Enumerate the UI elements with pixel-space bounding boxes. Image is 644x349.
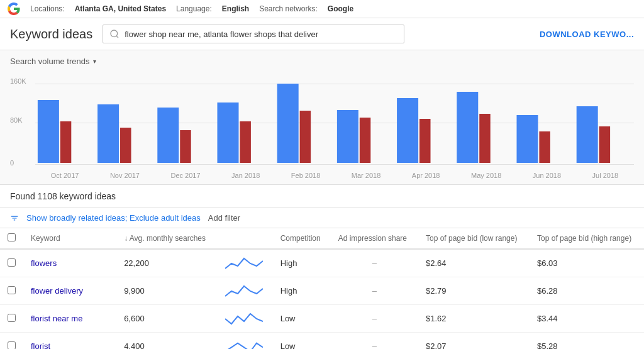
top-bid-high-cell: $3.44 bbox=[530, 305, 644, 333]
col-header-checkbox bbox=[0, 228, 23, 249]
row-checkbox[interactable] bbox=[8, 286, 16, 294]
x-label-mar2018: Mar 2018 bbox=[352, 172, 380, 179]
sparkline-cell bbox=[218, 249, 273, 277]
x-label-dec2017: Dec 2017 bbox=[170, 172, 200, 179]
table-row: flowers 22,200 High – $2.64 $6.03 bbox=[0, 249, 644, 277]
page-title: Keyword ideas bbox=[10, 27, 92, 42]
svg-rect-8 bbox=[217, 102, 238, 163]
keyword-table-wrap: Keyword ↓ Avg. monthly searches Competit… bbox=[0, 228, 644, 349]
keyword-cell[interactable]: florist bbox=[23, 333, 116, 350]
add-filter-button[interactable]: Add filter bbox=[208, 213, 240, 223]
svg-point-0 bbox=[111, 30, 118, 37]
top-bid-low-cell: $2.64 bbox=[418, 249, 530, 277]
row-checkbox-cell[interactable] bbox=[0, 333, 23, 350]
svg-rect-3 bbox=[60, 121, 71, 163]
svg-rect-21 bbox=[599, 126, 610, 163]
svg-rect-5 bbox=[120, 128, 131, 163]
download-button[interactable]: DOWNLOAD KEYWO... bbox=[540, 30, 634, 39]
chart-x-labels: Oct 2017 Nov 2017 Dec 2017 Jan 2018 Feb … bbox=[35, 169, 634, 184]
top-bid-low-cell: $1.62 bbox=[418, 305, 530, 333]
bar-chart bbox=[35, 82, 634, 165]
trends-label: Search volume trends bbox=[10, 57, 89, 66]
competition-cell: High bbox=[273, 249, 331, 277]
svg-rect-20 bbox=[577, 106, 598, 163]
language-value: English bbox=[222, 4, 249, 13]
svg-rect-12 bbox=[337, 110, 358, 163]
col-header-top-bid-high: Top of page bid (high range) bbox=[530, 228, 644, 249]
search-input[interactable] bbox=[125, 30, 397, 39]
search-icon bbox=[109, 29, 119, 39]
table-row: flower delivery 9,900 High – $2.79 $6.28 bbox=[0, 277, 644, 305]
row-checkbox[interactable] bbox=[8, 314, 16, 322]
keyword-table: Keyword ↓ Avg. monthly searches Competit… bbox=[0, 228, 644, 349]
row-checkbox-cell[interactable] bbox=[0, 277, 23, 305]
trends-header[interactable]: Search volume trends ▾ bbox=[10, 57, 634, 66]
row-checkbox-cell[interactable] bbox=[0, 249, 23, 277]
x-label-may2018: May 2018 bbox=[471, 172, 501, 179]
search-box bbox=[103, 25, 404, 43]
svg-rect-14 bbox=[397, 98, 418, 163]
language-label: Language: bbox=[176, 4, 212, 13]
header-left: Keyword ideas bbox=[10, 25, 404, 43]
locations-label: Locations: bbox=[30, 4, 65, 13]
ad-share-cell: – bbox=[331, 249, 418, 277]
select-all-checkbox[interactable] bbox=[8, 233, 16, 241]
svg-rect-2 bbox=[38, 100, 59, 163]
ad-share-cell: – bbox=[331, 277, 418, 305]
col-header-sparkline bbox=[218, 228, 273, 249]
svg-rect-7 bbox=[180, 130, 191, 163]
x-label-jul2018: Jul 2018 bbox=[592, 172, 619, 179]
row-checkbox[interactable] bbox=[8, 258, 16, 267]
x-label-jun2018: Jun 2018 bbox=[533, 172, 561, 179]
sparkline-chart bbox=[225, 310, 263, 325]
sparkline-chart bbox=[225, 255, 263, 270]
x-label-feb2018: Feb 2018 bbox=[291, 172, 320, 179]
col-header-keyword: Keyword bbox=[23, 228, 116, 249]
svg-rect-13 bbox=[360, 118, 370, 163]
top-bid-high-cell: $6.28 bbox=[530, 277, 644, 305]
x-label-nov2017: Nov 2017 bbox=[110, 172, 140, 179]
keyword-cell[interactable]: florist near me bbox=[23, 305, 116, 333]
chevron-down-icon: ▾ bbox=[93, 58, 96, 65]
x-label-jan2018: Jan 2018 bbox=[231, 172, 260, 179]
x-label-oct2017: Oct 2017 bbox=[51, 172, 79, 179]
svg-line-1 bbox=[116, 36, 118, 38]
trends-section: Search volume trends ▾ 160K 80K 0 bbox=[0, 50, 644, 185]
sparkline-cell bbox=[218, 277, 273, 305]
ad-share-cell: – bbox=[331, 333, 418, 350]
table-header-row: Keyword ↓ Avg. monthly searches Competit… bbox=[0, 228, 644, 249]
col-header-ad-share: Ad impression share bbox=[331, 228, 418, 249]
ad-share-cell: – bbox=[331, 305, 418, 333]
keyword-cell[interactable]: flowers bbox=[23, 249, 116, 277]
row-checkbox[interactable] bbox=[8, 341, 16, 350]
sparkline-cell bbox=[218, 305, 273, 333]
avg-monthly-cell: 9,900 bbox=[116, 277, 218, 305]
y-label-0: 0 bbox=[10, 159, 14, 167]
competition-cell: High bbox=[273, 277, 331, 305]
top-bid-low-cell: $2.79 bbox=[418, 277, 530, 305]
filter-text[interactable]: Show broadly related ideas; Exclude adul… bbox=[26, 213, 201, 223]
logo-icon bbox=[8, 3, 20, 15]
keyword-cell[interactable]: flower delivery bbox=[23, 277, 116, 305]
found-section: Found 1108 keyword ideas bbox=[0, 185, 644, 208]
x-label-apr2018: Apr 2018 bbox=[412, 172, 440, 179]
table-row: florist 4,400 Low – $2.07 $5.28 bbox=[0, 333, 644, 350]
competition-cell: Low bbox=[273, 305, 331, 333]
competition-cell: Low bbox=[273, 333, 331, 350]
sparkline-cell bbox=[218, 333, 273, 350]
col-header-competition: Competition bbox=[273, 228, 331, 249]
avg-monthly-cell: 6,600 bbox=[116, 305, 218, 333]
avg-monthly-cell: 4,400 bbox=[116, 333, 218, 350]
top-bar: Locations: Atlanta GA, United States Lan… bbox=[0, 0, 644, 18]
filter-icon bbox=[10, 214, 19, 223]
svg-rect-11 bbox=[300, 111, 311, 163]
table-row: florist near me 6,600 Low – $1.62 $3.44 bbox=[0, 305, 644, 333]
row-checkbox-cell[interactable] bbox=[0, 305, 23, 333]
networks-label: Search networks: bbox=[259, 4, 318, 13]
svg-rect-10 bbox=[277, 84, 299, 163]
col-header-avg-monthly[interactable]: ↓ Avg. monthly searches bbox=[116, 228, 218, 249]
networks-value: Google bbox=[328, 4, 353, 13]
y-label-80k: 80K bbox=[10, 116, 23, 124]
header: Keyword ideas DOWNLOAD KEYWO... bbox=[0, 18, 644, 50]
top-bid-high-cell: $6.03 bbox=[530, 249, 644, 277]
